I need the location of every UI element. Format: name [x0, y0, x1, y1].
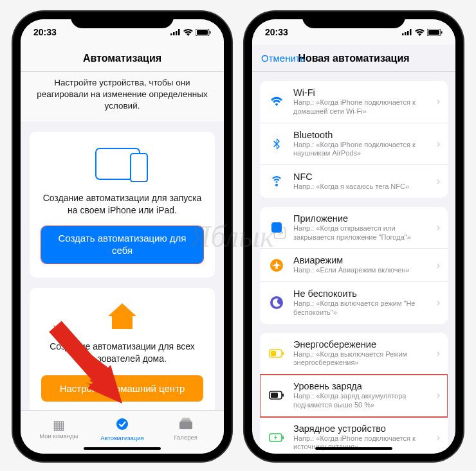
row-title: Энергосбережение — [293, 339, 433, 350]
chevron-right-icon: › — [437, 432, 440, 443]
bluetooth-icon — [268, 135, 286, 153]
tab-my-shortcuts[interactable]: ▦ Мои команды — [27, 418, 91, 440]
row-title: Приложение — [293, 213, 433, 224]
row-title: Wi-Fi — [293, 87, 433, 98]
svg-rect-1 — [173, 32, 175, 35]
svg-rect-0 — [170, 33, 172, 35]
setup-home-hub-button[interactable]: Настроить домашний центр — [41, 375, 203, 402]
svg-rect-35 — [271, 393, 278, 398]
tab-automation[interactable]: Автоматизация — [91, 417, 154, 441]
svg-rect-36 — [282, 394, 284, 397]
wifi-icon — [268, 93, 286, 111]
svg-rect-11 — [181, 420, 191, 422]
card-personal-automation: Создание автоматизации для запуска на св… — [30, 132, 215, 278]
battery-status-icon — [196, 29, 211, 36]
trigger-row-wifi[interactable]: Wi-Fi Напр.: «Когда iPhone подключается … — [260, 81, 448, 123]
row-title: Зарядное устройство — [293, 423, 433, 434]
row-subtitle: Напр.: «Когда iPhone подключается к науш… — [293, 141, 433, 159]
svg-rect-38 — [282, 436, 284, 439]
svg-rect-3 — [178, 29, 180, 35]
cellular-icon — [170, 29, 181, 35]
dnd-icon — [268, 294, 286, 312]
tab-gallery[interactable]: Галерея — [154, 418, 217, 441]
chevron-right-icon: › — [437, 96, 440, 107]
card-home-automation: Создание автоматизации для всех пользова… — [30, 288, 215, 416]
app-icon — [268, 218, 286, 236]
gallery-icon — [154, 418, 217, 432]
svg-rect-28 — [271, 222, 282, 233]
battery-icon — [268, 386, 286, 404]
phone-left: 20:33 Автоматизация Настройте устройства… — [13, 12, 232, 461]
battery-status-icon — [427, 29, 443, 36]
tab-label: Автоматизация — [100, 434, 144, 441]
row-title: NFC — [293, 172, 433, 182]
svg-rect-23 — [410, 29, 412, 35]
svg-rect-22 — [407, 31, 409, 35]
wifi-status-icon — [415, 29, 425, 36]
grid-icon: ▦ — [27, 418, 91, 431]
card-home-text: Создание автоматизации для всех пользова… — [41, 341, 203, 365]
chevron-right-icon: › — [437, 175, 440, 187]
chevron-right-icon: › — [437, 297, 440, 308]
svg-rect-25 — [428, 30, 439, 35]
status-time: 20:33 — [33, 27, 57, 37]
trigger-row-dnd[interactable]: Не беспокоить Напр.: «Когда включается р… — [260, 282, 448, 324]
chevron-right-icon: › — [437, 260, 440, 271]
create-personal-automation-button[interactable]: Создать автоматизацию для себя — [41, 226, 203, 263]
list-group: Wi-Fi Напр.: «Когда iPhone подключается … — [260, 81, 448, 198]
chevron-right-icon: › — [437, 222, 440, 233]
row-subtitle: Напр.: «Если Авиарежим включен» — [293, 266, 433, 275]
notch — [302, 12, 405, 28]
trigger-row-battery[interactable]: Уровень заряда Напр.: «Когда заряд аккум… — [260, 375, 448, 417]
trigger-row-lowpower[interactable]: Энергосбережение Напр.: «Когда выключает… — [260, 333, 448, 375]
row-title: Не беспокоить — [293, 289, 433, 299]
svg-rect-10 — [179, 422, 192, 429]
row-subtitle: Напр.: «Когда заряд аккумулятора подниме… — [293, 392, 433, 410]
subtitle: Настройте устройства, чтобы они реагиров… — [21, 72, 224, 121]
row-subtitle: Напр.: «Когда выключается Режим энергосб… — [293, 350, 433, 368]
phone-right: 20:33 Отменить Новая автоматизация Wi-Fi… — [244, 12, 463, 461]
trigger-row-nfc[interactable]: NFC Напр.: «Когда я касаюсь тега NFC» › — [260, 165, 448, 198]
cellular-icon — [402, 29, 412, 35]
page-title: Автоматизация — [83, 53, 161, 64]
list-group: Приложение Напр.: «Когда открывается или… — [260, 207, 448, 324]
list-group: Энергосбережение Напр.: «Когда выключает… — [260, 333, 448, 454]
trigger-row-bluetooth[interactable]: Bluetooth Напр.: «Когда iPhone подключае… — [260, 123, 448, 166]
nav-header: Отменить Новая автоматизация — [252, 45, 455, 72]
svg-point-9 — [116, 418, 128, 430]
row-subtitle: Напр.: «Когда открывается или закрываетс… — [293, 224, 433, 242]
svg-rect-5 — [197, 30, 208, 35]
row-subtitle: Напр.: «Когда включается режим "Не беспо… — [293, 299, 433, 317]
nfc-icon — [268, 172, 286, 190]
svg-rect-8 — [131, 154, 147, 182]
cancel-button[interactable]: Отменить — [261, 53, 306, 64]
svg-rect-26 — [441, 31, 443, 33]
tab-label: Мои команды — [39, 432, 78, 440]
chevron-right-icon: › — [437, 138, 440, 150]
svg-rect-32 — [271, 351, 276, 356]
home-indicator — [315, 447, 392, 450]
chevron-right-icon: › — [437, 389, 440, 401]
row-subtitle: Напр.: «Когда я касаюсь тега NFC» — [293, 182, 433, 191]
notch — [71, 12, 174, 28]
chevron-right-icon: › — [437, 348, 440, 359]
svg-rect-6 — [210, 31, 211, 33]
row-subtitle: Напр.: «Когда iPhone подключается к дома… — [293, 98, 433, 116]
home-icon — [107, 302, 138, 330]
charger-icon — [268, 429, 286, 447]
trigger-row-airplane[interactable]: Авиарежим Напр.: «Если Авиарежим включен… — [260, 249, 448, 282]
nav-header: Автоматизация — [21, 45, 224, 72]
svg-rect-33 — [282, 351, 284, 355]
trigger-row-app[interactable]: Приложение Напр.: «Когда открывается или… — [260, 207, 448, 249]
devices-icon — [93, 146, 151, 182]
svg-rect-12 — [182, 418, 190, 420]
airplane-icon — [268, 256, 286, 274]
svg-rect-20 — [402, 33, 404, 35]
tab-label: Галерея — [174, 434, 197, 441]
lowpower-icon — [268, 344, 286, 362]
status-time: 20:33 — [265, 27, 288, 37]
row-title: Bluetooth — [293, 130, 433, 140]
svg-point-27 — [275, 184, 278, 186]
svg-rect-21 — [405, 32, 407, 35]
automation-tab-icon — [91, 417, 154, 433]
